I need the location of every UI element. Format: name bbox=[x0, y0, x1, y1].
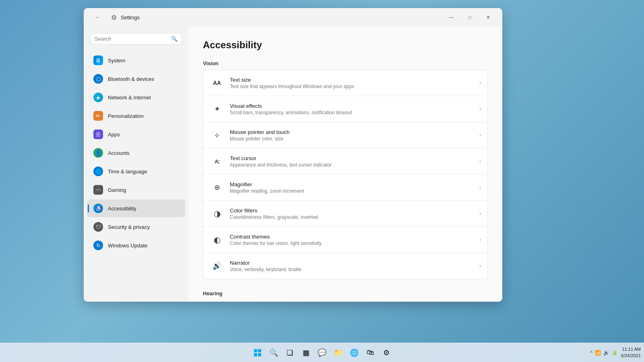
text-cursor-icon: Aː bbox=[210, 154, 224, 169]
color-filters-title: Color filters bbox=[230, 208, 476, 214]
mouse-pointer-desc: Mouse pointer color, size bbox=[230, 136, 476, 142]
mouse-pointer-chevron: › bbox=[479, 132, 481, 138]
narrator-text: Narrator Voice, verbosity, keyboard, bra… bbox=[230, 260, 476, 272]
sidebar-item-label-security: Security & privacy bbox=[108, 224, 150, 230]
taskbar-time-display: 11:11 AM bbox=[621, 346, 641, 352]
vision-section-label: Vision bbox=[203, 60, 488, 66]
battery-icon[interactable]: 🔋 bbox=[612, 350, 618, 356]
sidebar-item-bluetooth[interactable]: ⬡ Bluetooth & devices bbox=[87, 70, 185, 88]
settings-item-mouse-pointer[interactable]: ⟡ Mouse pointer and touch Mouse pointer … bbox=[203, 122, 487, 148]
search-icon: 🔍 bbox=[171, 36, 178, 42]
chat-button[interactable]: 💬 bbox=[315, 346, 329, 360]
contrast-themes-icon: ◐ bbox=[210, 232, 224, 247]
taskbar-center: 🔍 ❏ ▦ 💬 📁 🌐 🛍 ⚙ bbox=[250, 346, 394, 360]
color-filters-desc: Colorblindness filters, grayscale, inver… bbox=[230, 214, 476, 220]
sidebar: 🔍 🖥 System ⬡ Bluetooth & devices ◈ Netwo… bbox=[84, 27, 188, 302]
search-box[interactable]: 🔍 bbox=[90, 33, 182, 45]
search-taskbar-button[interactable]: 🔍 bbox=[266, 346, 281, 360]
accessibility-icon: ♿ bbox=[93, 204, 103, 213]
desktop: ← ⚙ Settings — □ ✕ 🔍 🖥 bbox=[0, 0, 644, 362]
sidebar-item-label-bluetooth: Bluetooth & devices bbox=[108, 76, 154, 82]
magnifier-desc: Magnifier reading, zoom increment bbox=[230, 188, 476, 194]
hearing-section-label: Hearing bbox=[203, 290, 488, 296]
back-button[interactable]: ← bbox=[89, 11, 107, 24]
settings-item-color-filters[interactable]: ◑ Color filters Colorblindness filters, … bbox=[203, 201, 487, 227]
settings-item-text-size[interactable]: AA Text size Text size that appears thro… bbox=[203, 70, 487, 96]
visual-effects-desc: Scroll bars, transparency, animations, n… bbox=[230, 110, 476, 115]
visual-effects-title: Visual effects bbox=[230, 103, 476, 109]
taskbar: 🔍 ❏ ▦ 💬 📁 🌐 🛍 ⚙ ^ 📶 🔊 🔋 11:11 AM 6/24/20… bbox=[0, 343, 644, 362]
update-icon: ↻ bbox=[93, 241, 103, 250]
bluetooth-icon: ⬡ bbox=[93, 74, 103, 84]
sidebar-item-time[interactable]: 🌐 Time & language bbox=[87, 162, 185, 180]
sidebar-item-network[interactable]: ◈ Network & internet bbox=[87, 88, 185, 106]
settings-item-contrast-themes[interactable]: ◐ Contrast themes Color themes for low v… bbox=[203, 227, 487, 253]
taskview-button[interactable]: ❏ bbox=[283, 346, 297, 360]
store-button[interactable]: 🛍 bbox=[363, 346, 378, 360]
color-filters-icon: ◑ bbox=[210, 206, 224, 221]
system-icon: 🖥 bbox=[93, 56, 103, 65]
network-icon: ◈ bbox=[93, 93, 103, 102]
page-title: Accessibility bbox=[203, 39, 488, 51]
sidebar-item-personalization[interactable]: ✏ Personalization bbox=[87, 107, 185, 125]
settings-item-narrator[interactable]: 🔊 Narrator Voice, verbosity, keyboard, b… bbox=[203, 253, 487, 279]
narrator-chevron: › bbox=[479, 263, 481, 269]
settings-taskbar-button[interactable]: ⚙ bbox=[379, 346, 394, 360]
sidebar-item-apps[interactable]: ☰ Apps bbox=[87, 125, 185, 143]
sidebar-item-update[interactable]: ↻ Windows Update bbox=[87, 237, 185, 254]
svg-rect-2 bbox=[254, 353, 257, 356]
personalization-icon: ✏ bbox=[93, 111, 103, 121]
text-size-title: Text size bbox=[230, 77, 476, 83]
sidebar-item-label-accounts: Accounts bbox=[108, 150, 129, 156]
maximize-button[interactable]: □ bbox=[460, 11, 479, 24]
contrast-themes-title: Contrast themes bbox=[230, 234, 476, 240]
color-filters-text: Color filters Colorblindness filters, gr… bbox=[230, 208, 476, 220]
sound-icon[interactable]: 🔊 bbox=[603, 350, 609, 356]
settings-item-visual-effects[interactable]: ✦ Visual effects Scroll bars, transparen… bbox=[203, 96, 487, 122]
sidebar-item-accounts[interactable]: 👤 Accounts bbox=[87, 144, 185, 162]
svg-rect-3 bbox=[258, 353, 261, 356]
mouse-pointer-icon: ⟡ bbox=[210, 128, 224, 142]
sidebar-item-label-update: Windows Update bbox=[108, 243, 147, 249]
taskbar-clock[interactable]: 11:11 AM 6/24/2021 bbox=[621, 346, 641, 359]
text-cursor-title: Text cursor bbox=[230, 155, 476, 161]
text-cursor-text: Text cursor Appearance and thickness, te… bbox=[230, 155, 476, 168]
chevron-icon[interactable]: ^ bbox=[590, 350, 592, 356]
contrast-themes-desc: Color themes for low vision, light sensi… bbox=[230, 241, 476, 246]
close-button[interactable]: ✕ bbox=[479, 11, 497, 24]
settings-window: ← ⚙ Settings — □ ✕ 🔍 🖥 bbox=[84, 8, 502, 302]
color-filters-chevron: › bbox=[479, 211, 481, 216]
settings-item-text-cursor[interactable]: Aː Text cursor Appearance and thickness,… bbox=[203, 148, 487, 175]
start-button[interactable] bbox=[250, 346, 265, 360]
sidebar-item-gaming[interactable]: 🎮 Gaming bbox=[87, 181, 185, 199]
sidebar-item-label-network: Network & internet bbox=[108, 95, 151, 101]
apps-icon: ☰ bbox=[93, 130, 103, 139]
narrator-desc: Voice, verbosity, keyboard, braille bbox=[230, 267, 476, 272]
sidebar-item-label-accessibility: Accessibility bbox=[108, 206, 136, 212]
magnifier-title: Magnifier bbox=[230, 181, 476, 187]
text-size-icon: AA bbox=[210, 76, 224, 90]
svg-rect-1 bbox=[258, 349, 261, 352]
text-size-text: Text size Text size that appears through… bbox=[230, 77, 476, 89]
svg-rect-0 bbox=[254, 349, 257, 352]
window-body: 🔍 🖥 System ⬡ Bluetooth & devices ◈ Netwo… bbox=[84, 27, 502, 302]
taskbar-right: ^ 📶 🔊 🔋 11:11 AM 6/24/2021 bbox=[590, 346, 641, 359]
minimize-button[interactable]: — bbox=[442, 11, 460, 24]
sidebar-item-label-personalization: Personalization bbox=[108, 113, 144, 119]
main-content: Accessibility Vision AA Text size Text s… bbox=[188, 27, 502, 302]
edge-button[interactable]: 🌐 bbox=[347, 346, 361, 360]
text-size-desc: Text size that appears throughout Window… bbox=[230, 84, 476, 89]
widgets-button[interactable]: ▦ bbox=[299, 346, 313, 360]
file-explorer-button[interactable]: 📁 bbox=[331, 346, 345, 360]
sidebar-item-label-system: System bbox=[108, 58, 125, 64]
wifi-icon[interactable]: 📶 bbox=[595, 350, 601, 356]
sidebar-item-system[interactable]: 🖥 System bbox=[87, 51, 185, 69]
titlebar-title: Settings bbox=[121, 14, 140, 21]
search-input[interactable] bbox=[95, 36, 168, 42]
accounts-icon: 👤 bbox=[93, 148, 103, 158]
settings-item-magnifier[interactable]: ⊕ Magnifier Magnifier reading, zoom incr… bbox=[203, 175, 487, 201]
vision-settings-list: AA Text size Text size that appears thro… bbox=[203, 70, 488, 279]
visual-effects-text: Visual effects Scroll bars, transparency… bbox=[230, 103, 476, 115]
sidebar-item-security[interactable]: 🛡 Security & privacy bbox=[87, 218, 185, 236]
sidebar-item-accessibility[interactable]: ♿ Accessibility bbox=[87, 200, 185, 217]
